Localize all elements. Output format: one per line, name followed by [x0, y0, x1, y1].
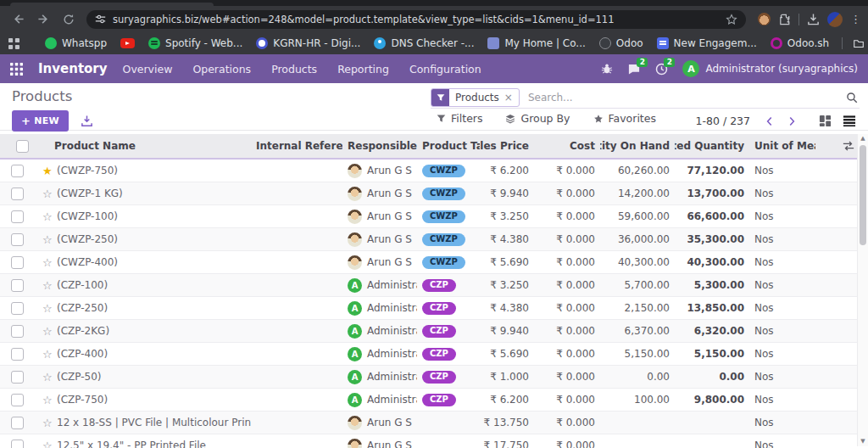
table-row[interactable]: ☆(CZP-750)AAdministratorCZP₹ 6.200₹ 0.00…: [0, 389, 858, 412]
row-checkbox[interactable]: [11, 233, 24, 246]
reload-icon[interactable]: [58, 9, 80, 30]
row-checkbox[interactable]: [11, 279, 24, 292]
menu-item-products[interactable]: Products: [271, 63, 317, 76]
vertical-scrollbar[interactable]: ▲ ▼: [857, 134, 868, 446]
bookmark-item[interactable]: Spotify - Web...: [148, 37, 242, 49]
column-header-cost[interactable]: Cost: [534, 140, 600, 152]
table-row[interactable]: ☆12.5" x 19.4" - PP Printed FileArun G S…: [0, 434, 858, 448]
bookmark-item[interactable]: KGRN-HR - Digi...: [256, 37, 360, 49]
table-row[interactable]: ☆(CWZP-250)Arun G SCWZP₹ 4.380₹ 0.00036,…: [0, 228, 858, 251]
row-checkbox[interactable]: [11, 325, 24, 338]
pager-next-icon[interactable]: [784, 116, 799, 126]
table-row[interactable]: ☆(CWZP-1 KG)Arun G SCWZP₹ 9.940₹ 0.00014…: [0, 182, 858, 205]
row-checkbox[interactable]: [11, 371, 24, 384]
row-checkbox[interactable]: [11, 348, 24, 361]
new-button[interactable]: + NEW: [12, 110, 69, 132]
favorite-star-icon[interactable]: ☆: [42, 256, 57, 269]
menu-item-reporting[interactable]: Reporting: [337, 63, 389, 76]
favorite-star-icon[interactable]: ☆: [42, 279, 57, 292]
table-row[interactable]: ☆(CWZP-100)Arun G SCWZP₹ 3.250₹ 0.00059,…: [0, 205, 858, 228]
address-bar[interactable]: suryagraphics.biz/web#action=248&model=p…: [86, 10, 746, 29]
table-row[interactable]: ☆12 x 18-SS | PVC File | Multicolour Pri…: [0, 412, 858, 434]
bookmark-item[interactable]: Odoo.sh: [771, 37, 829, 49]
export-icon[interactable]: [81, 115, 93, 127]
bookmark-item[interactable]: Whatspp: [45, 37, 107, 49]
all-bookmarks-button[interactable]: All Bookmarks: [853, 37, 868, 49]
favorite-star-icon[interactable]: ☆: [42, 440, 57, 448]
row-checkbox[interactable]: [11, 440, 24, 448]
column-header-name[interactable]: Product Name: [37, 140, 251, 152]
favorite-star-icon[interactable]: ☆: [42, 302, 57, 315]
user-menu[interactable]: A Administrator (suryagraphics): [682, 60, 858, 77]
search-facet[interactable]: Products ×: [431, 88, 520, 107]
scrollbar-thumb[interactable]: [860, 145, 866, 245]
table-row[interactable]: ☆(CZP-2KG)AAdministratorCZP₹ 9.940₹ 0.00…: [0, 320, 858, 343]
kanban-view-icon[interactable]: [819, 115, 832, 127]
table-row[interactable]: ☆(CZP-50)AAdministratorCZP₹ 1.000₹ 0.000…: [0, 366, 858, 389]
debug-bug-icon[interactable]: [601, 63, 613, 75]
favorite-star-icon[interactable]: ☆: [42, 210, 57, 223]
filters-button[interactable]: Filters: [437, 112, 482, 125]
column-header-resp[interactable]: Responsible: [342, 140, 417, 152]
search-icon[interactable]: [846, 92, 858, 104]
favorite-star-filled-icon[interactable]: ★: [42, 165, 57, 177]
row-checkbox[interactable]: [11, 302, 24, 315]
bookmark-item[interactable]: My Home | Co...: [487, 37, 585, 49]
group-by-button[interactable]: Group By: [505, 112, 570, 125]
bookmark-item[interactable]: [120, 38, 135, 48]
odoo-apps-menu-icon[interactable]: [10, 63, 23, 76]
menu-item-operations[interactable]: Operations: [192, 63, 251, 76]
table-row[interactable]: ☆(CZP-250)AAdministratorCZP₹ 4.380₹ 0.00…: [0, 297, 858, 320]
browser-profile-avatar[interactable]: [827, 12, 843, 27]
search-bar[interactable]: Products ×: [431, 87, 860, 109]
forward-icon[interactable]: [32, 9, 54, 30]
menu-item-configuration[interactable]: Configuration: [409, 63, 481, 76]
table-row[interactable]: ★(CWZP-750)Arun G SCWZP₹ 6.200₹ 0.00060,…: [0, 160, 858, 182]
facet-remove-icon[interactable]: ×: [504, 92, 513, 104]
column-header-uom[interactable]: Unit of Measure: [749, 140, 815, 152]
table-row[interactable]: ☆(CWZP-400)Arun G SCWZP₹ 5.690₹ 0.00040,…: [0, 251, 858, 274]
column-header-qoh[interactable]: Quantity On Hand: [600, 140, 675, 152]
favorite-star-icon[interactable]: ☆: [42, 394, 57, 406]
bookmark-item[interactable]: DNS Checker -...: [374, 37, 474, 49]
favorite-star-icon[interactable]: ☆: [42, 188, 57, 200]
favorite-star-icon[interactable]: ☆: [42, 325, 57, 338]
table-row[interactable]: ☆(CZP-400)AAdministratorCZP₹ 5.690₹ 0.00…: [0, 343, 858, 366]
favorite-star-icon[interactable]: ☆: [42, 348, 57, 361]
favorites-button[interactable]: Favorites: [593, 112, 656, 125]
browser-tab[interactable]: [10, 3, 214, 6]
scrollbar-down-icon[interactable]: ▼: [860, 437, 865, 446]
extensions-puzzle-icon[interactable]: [778, 13, 791, 25]
site-settings-icon[interactable]: [95, 14, 106, 25]
row-checkbox[interactable]: [11, 256, 24, 269]
downloads-icon[interactable]: [807, 13, 820, 25]
row-checkbox[interactable]: [11, 417, 24, 429]
favorite-star-icon[interactable]: ☆: [42, 417, 57, 429]
row-checkbox[interactable]: [11, 210, 24, 223]
app-name[interactable]: Inventory: [38, 61, 108, 76]
optional-columns-toggle-icon[interactable]: [815, 140, 858, 152]
column-header-tag[interactable]: Product Ta...: [417, 140, 480, 152]
apps-grid-icon[interactable]: [8, 38, 19, 49]
bookmark-star-icon[interactable]: [726, 14, 737, 25]
tampermonkey-extension-icon[interactable]: [758, 13, 771, 25]
search-input[interactable]: [526, 91, 839, 104]
row-checkbox[interactable]: [11, 394, 24, 406]
column-header-fq[interactable]: Forecasted Quantity: [675, 140, 749, 152]
row-checkbox[interactable]: [11, 165, 24, 177]
messages-button[interactable]: 2: [627, 63, 641, 76]
bookmark-item[interactable]: New Engagem...: [657, 37, 757, 49]
browser-menu-icon[interactable]: ⋮: [850, 13, 861, 25]
select-all-checkbox[interactable]: [16, 140, 29, 153]
favorite-star-icon[interactable]: ☆: [42, 233, 57, 246]
list-view-icon[interactable]: [843, 115, 856, 127]
table-row[interactable]: ☆(CZP-100)AAdministratorCZP₹ 3.250₹ 0.00…: [0, 274, 858, 297]
back-icon[interactable]: [7, 9, 29, 30]
activities-button[interactable]: 2: [655, 63, 668, 76]
bookmark-item[interactable]: Odoo: [599, 37, 643, 49]
scrollbar-up-icon[interactable]: ▲: [860, 134, 865, 143]
column-header-ref[interactable]: Internal Reference: [251, 140, 342, 152]
row-checkbox[interactable]: [11, 188, 24, 200]
pager-previous-icon[interactable]: [761, 116, 776, 126]
column-header-price[interactable]: Sales Price: [480, 140, 534, 152]
